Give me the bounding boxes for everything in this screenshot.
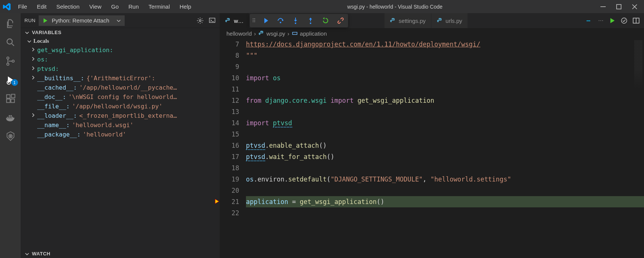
variable-icon — [292, 30, 298, 36]
svg-rect-20 — [293, 32, 297, 34]
svg-rect-1 — [617, 4, 621, 9]
svg-rect-8 — [6, 99, 10, 102]
vscode-logo-icon — [0, 0, 13, 13]
menu-run[interactable]: Run — [124, 0, 144, 13]
svg-rect-0 — [600, 6, 606, 7]
menubar: File Edit Selection View Go Run Terminal… — [13, 0, 196, 13]
menu-go[interactable]: Go — [106, 0, 124, 13]
debug-console-icon[interactable] — [208, 17, 216, 24]
menu-view[interactable]: View — [84, 0, 106, 13]
docker-icon[interactable] — [5, 112, 16, 123]
chevron-right-icon — [30, 47, 36, 52]
code-lines[interactable]: https://docs.djangoproject.com/en/1.11/h… — [246, 39, 644, 219]
run-test-icon[interactable] — [621, 17, 627, 24]
crumb-symbol[interactable]: application — [292, 30, 327, 37]
menu-terminal[interactable]: Terminal — [144, 0, 175, 13]
watch-section-header[interactable]: WATCH — [21, 249, 220, 258]
python-icon — [437, 18, 443, 24]
run-debug-icon[interactable]: 1 — [5, 75, 16, 85]
continue-button[interactable] — [258, 14, 273, 27]
gutter: 78910111213141516171819202122 — [220, 39, 246, 219]
tab-urls[interactable]: urls.py — [431, 13, 468, 28]
extensions-icon[interactable] — [5, 93, 16, 104]
editor-area: w… ⠿ settings.py urls.py ⋯ — [220, 13, 644, 258]
crumb-folder[interactable]: helloworld — [226, 30, 252, 37]
search-icon[interactable] — [5, 37, 16, 48]
variable-row[interactable]: __package__:'helloworld' — [21, 130, 220, 139]
restart-button[interactable] — [318, 14, 333, 27]
code-editor[interactable]: 78910111213141516171819202122 https://do… — [220, 39, 644, 219]
close-icon[interactable] — [632, 4, 637, 9]
variables-section-header[interactable]: VARIABLES — [21, 28, 220, 37]
variable-row[interactable]: __doc__:'\nWSGI config for helloworld… — [21, 92, 220, 102]
chevron-down-icon — [27, 39, 32, 44]
variable-row[interactable]: __name__:'helloworld.wsgi' — [21, 120, 220, 130]
menu-selection[interactable]: Selection — [51, 0, 84, 13]
debug-toolbar: ⠿ — [250, 14, 348, 27]
chevron-right-icon — [30, 75, 36, 80]
svg-point-2 — [7, 39, 12, 44]
debug-sidebar: RUN Python: Remote Attach VARIABLES Loca… — [21, 13, 220, 258]
config-name: Python: Remote Attach — [52, 17, 109, 24]
chevron-right-icon — [30, 66, 36, 71]
svg-rect-10 — [11, 94, 15, 98]
svg-point-4 — [7, 63, 9, 65]
source-control-icon[interactable] — [5, 56, 16, 66]
variable-row[interactable]: __cached__:'/app/helloworld/__pycache… — [21, 83, 220, 92]
svg-point-16 — [310, 22, 311, 24]
run-label: RUN — [24, 18, 36, 23]
debug-badge: 1 — [11, 79, 18, 86]
python-icon — [225, 18, 231, 24]
scope-locals[interactable]: Locals — [21, 37, 220, 45]
kubernetes-icon[interactable] — [5, 131, 16, 141]
step-into-button[interactable] — [288, 14, 303, 27]
svg-point-5 — [12, 60, 14, 62]
gear-icon[interactable] — [196, 17, 204, 24]
chevron-right-icon — [30, 112, 36, 118]
tab-settings[interactable]: settings.py — [385, 13, 431, 28]
variable-row[interactable]: ptvsd: — [21, 64, 220, 74]
menu-help[interactable]: Help — [175, 0, 196, 13]
step-out-button[interactable] — [303, 14, 318, 27]
variable-row[interactable]: __loader__:<_frozen_importlib_externa… — [21, 111, 220, 120]
variable-row[interactable]: os: — [21, 55, 220, 64]
breadcrumb[interactable]: helloworld › wsgi.py › application — [220, 28, 644, 39]
split-editor-icon[interactable] — [633, 17, 639, 24]
run-file-icon[interactable] — [609, 17, 615, 24]
chevron-down-icon[interactable] — [116, 18, 121, 23]
drag-handle-icon[interactable]: ⠿ — [250, 18, 258, 24]
svg-point-17 — [621, 18, 627, 23]
svg-point-15 — [295, 22, 296, 24]
run-header: RUN Python: Remote Attach — [21, 13, 220, 28]
chevron-down-icon — [24, 251, 30, 256]
docker-tab-icon[interactable] — [585, 17, 593, 24]
disconnect-button[interactable] — [333, 14, 348, 27]
variable-row[interactable]: get_wsgi_application: — [21, 45, 220, 55]
breakpoint-current-icon[interactable] — [214, 198, 220, 204]
variable-row[interactable]: __builtins__:{'ArithmeticError': — [21, 74, 220, 83]
editor-tabs: w… ⠿ settings.py urls.py ⋯ — [220, 13, 644, 28]
step-over-button[interactable] — [273, 14, 288, 27]
svg-rect-9 — [11, 99, 14, 102]
svg-point-3 — [7, 57, 9, 59]
tab-wsgi[interactable]: w… — [220, 13, 249, 28]
titlebar: File Edit Selection View Go Run Terminal… — [0, 0, 644, 13]
play-icon[interactable] — [42, 18, 48, 24]
chevron-right-icon — [30, 56, 36, 62]
ellipsis-icon[interactable]: ⋯ — [598, 18, 603, 24]
maximize-icon[interactable] — [616, 4, 621, 9]
python-icon — [258, 30, 264, 36]
minimap[interactable] — [634, 40, 642, 89]
menu-file[interactable]: File — [13, 0, 32, 13]
variable-row[interactable]: __file__:'/app/helloworld/wsgi.py' — [21, 102, 220, 111]
python-icon — [390, 18, 396, 24]
window-title: wsgi.py - helloworld - Visual Studio Cod… — [196, 4, 594, 10]
svg-point-14 — [280, 22, 281, 23]
crumb-file[interactable]: wsgi.py — [258, 30, 285, 37]
minimize-icon[interactable] — [600, 4, 606, 9]
explorer-icon[interactable] — [5, 18, 16, 29]
debug-config-selector[interactable]: Python: Remote Attach — [39, 15, 125, 26]
activity-bar: 1 — [0, 13, 21, 258]
menu-edit[interactable]: Edit — [32, 0, 51, 13]
svg-point-12 — [199, 20, 201, 21]
